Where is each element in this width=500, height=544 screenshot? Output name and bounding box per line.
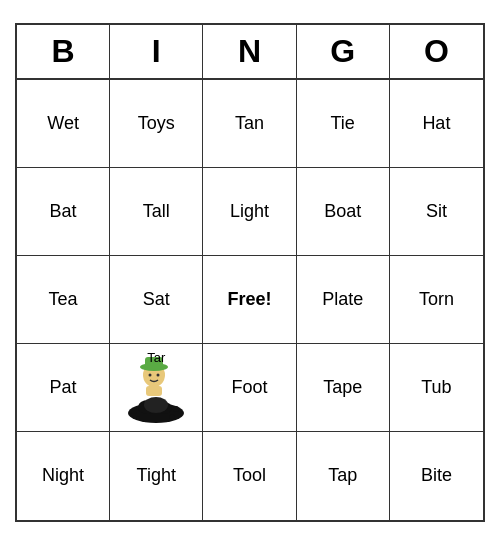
- cell-r2c5: Sit: [390, 168, 483, 256]
- cell-r1c3: Tan: [203, 80, 296, 168]
- cell-tar: Tar: [110, 344, 203, 432]
- cell-r2c4: Boat: [297, 168, 390, 256]
- cell-r5c1: Night: [17, 432, 110, 520]
- svg-point-10: [131, 408, 137, 414]
- cell-r2c2: Tall: [110, 168, 203, 256]
- svg-point-9: [144, 397, 168, 413]
- svg-point-4: [157, 374, 160, 377]
- svg-point-3: [149, 374, 152, 377]
- header-n: N: [203, 25, 296, 78]
- svg-point-13: [170, 415, 175, 420]
- header-o: O: [390, 25, 483, 78]
- cell-r4c4: Tape: [297, 344, 390, 432]
- cell-r5c4: Tap: [297, 432, 390, 520]
- cell-r4c3: Foot: [203, 344, 296, 432]
- bingo-grid: Wet Toys Tan Tie Hat Bat Tall Light Boat…: [17, 80, 483, 520]
- cell-r5c3: Tool: [203, 432, 296, 520]
- cell-r3c1: Tea: [17, 256, 110, 344]
- bingo-card: B I N G O Wet Toys Tan Tie Hat Bat Tall …: [15, 23, 485, 522]
- cell-r4c1: Pat: [17, 344, 110, 432]
- cell-r1c1: Wet: [17, 80, 110, 168]
- cell-r4c5: Tub: [390, 344, 483, 432]
- header-i: I: [110, 25, 203, 78]
- tar-label: Tar: [147, 350, 165, 365]
- cell-r3c2: Sat: [110, 256, 203, 344]
- cell-r3c5: Torn: [390, 256, 483, 344]
- cell-r1c5: Hat: [390, 80, 483, 168]
- svg-point-12: [136, 416, 140, 420]
- cell-r5c5: Bite: [390, 432, 483, 520]
- cell-free: Free!: [203, 256, 296, 344]
- bingo-header: B I N G O: [17, 25, 483, 80]
- header-b: B: [17, 25, 110, 78]
- cell-r1c4: Tie: [297, 80, 390, 168]
- svg-point-11: [173, 406, 179, 412]
- cell-r1c2: Toys: [110, 80, 203, 168]
- header-g: G: [297, 25, 390, 78]
- cell-r2c3: Light: [203, 168, 296, 256]
- svg-rect-5: [146, 386, 162, 396]
- cell-r2c1: Bat: [17, 168, 110, 256]
- cell-r3c4: Plate: [297, 256, 390, 344]
- cell-r5c2: Tight: [110, 432, 203, 520]
